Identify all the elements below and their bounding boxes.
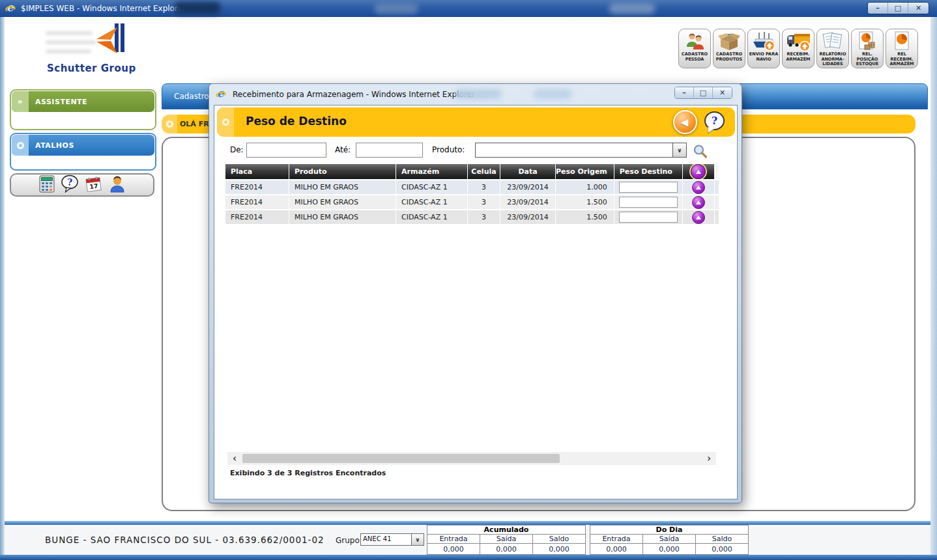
maximize-button[interactable]: □ xyxy=(694,87,713,98)
chevron-down-icon[interactable]: ∨ xyxy=(672,143,686,157)
question-icon: ? xyxy=(712,115,717,127)
arrow-up-icon xyxy=(696,216,701,219)
ship-icon xyxy=(751,31,776,51)
minimize-button[interactable]: – xyxy=(868,3,888,14)
toolbar-button-rel-recebim-armazem[interactable]: REL RECEBIM. ARMAZÉM xyxy=(886,29,918,68)
peso-destino-input[interactable] xyxy=(619,197,678,208)
box-icon xyxy=(717,31,741,51)
help-icon[interactable]: ? xyxy=(61,175,79,195)
toolbar-button-rel-posicao-estoque[interactable]: REL. POSIÇÃO ESTOQUE xyxy=(851,29,884,68)
dialog-titlebar[interactable]: e Recebimento para Armazenagem - Windows… xyxy=(209,84,742,105)
grupo-select[interactable]: ANEC 41 ∨ xyxy=(360,533,424,546)
toolbar-button-label: REL. POSIÇÃO ESTOQUE xyxy=(852,52,883,67)
de-label: De: xyxy=(230,145,244,154)
do-dia-entrada-value: 0,000 xyxy=(590,544,643,555)
toolbar-button-cadastro-produtos[interactable]: CADASTRO PRODUTOS xyxy=(713,29,745,68)
chevron-right-icon[interactable]: › xyxy=(703,452,715,465)
chevron-left-icon[interactable]: ‹ xyxy=(229,452,240,465)
arrow-up-icon xyxy=(696,186,701,189)
cell-placa: FRE2014 xyxy=(225,195,289,210)
svg-text:?: ? xyxy=(66,177,72,188)
sidebar-assistente-label: ASSISTENTE xyxy=(35,98,87,106)
produto-select[interactable]: ∨ xyxy=(475,143,687,158)
window-border xyxy=(930,17,937,555)
chevron-down-icon[interactable]: ∨ xyxy=(411,534,424,545)
ate-input[interactable] xyxy=(356,143,423,158)
col-header-data[interactable]: Data xyxy=(500,164,556,180)
cell-produto: MILHO EM GRAOS xyxy=(289,195,396,210)
maximize-button[interactable]: □ xyxy=(888,3,908,14)
de-input[interactable] xyxy=(246,143,326,158)
censored-blur xyxy=(609,3,655,14)
col-header: Saída xyxy=(643,535,696,544)
close-button[interactable]: ✕ xyxy=(908,3,929,14)
table-header-row: Placa Produto Armazém Celula Data Peso O… xyxy=(225,164,719,180)
people-icon xyxy=(683,31,706,51)
main-window-title: $IMPLES WEB - Windows Internet Explorer xyxy=(21,4,186,13)
censored-blur xyxy=(175,2,220,14)
submit-row-button[interactable] xyxy=(692,196,705,209)
peso-destino-input[interactable] xyxy=(619,212,678,223)
censored-blur xyxy=(375,3,418,14)
calendar-icon[interactable]: 17 xyxy=(85,175,103,195)
greeting-bar-cap xyxy=(162,115,177,133)
blurred-logo-text xyxy=(46,31,93,35)
ring-icon xyxy=(12,135,29,156)
search-icon xyxy=(693,144,708,159)
toolbar-button-envio-navio[interactable]: ENVIO PARA NAVIO xyxy=(747,29,780,68)
scrollbar-thumb[interactable] xyxy=(242,454,560,463)
submit-row-button[interactable] xyxy=(692,181,705,194)
cell-armazem: CIDASC-AZ 1 xyxy=(396,195,468,210)
horizontal-scrollbar[interactable]: ‹ › xyxy=(227,452,716,465)
cell-data: 23/09/2014 xyxy=(500,195,556,210)
sidebar-item-atalhos[interactable]: ATALHOS xyxy=(12,135,154,156)
logo-arrow-icon xyxy=(94,23,125,61)
toolbar-button-recebim-armazem[interactable]: RECEBIM. ARMAZÉM xyxy=(782,29,814,68)
sidebar-icon-tray: ? 17 xyxy=(10,173,154,197)
toolbar-button-label: ENVIO PARA NAVIO xyxy=(749,52,778,62)
window-border xyxy=(0,17,5,555)
peso-destino-input[interactable] xyxy=(619,182,678,193)
col-header-peso-destino[interactable]: Peso Destino xyxy=(614,164,683,180)
toolbar-button-relatorio-anormalidades[interactable]: RELATÓRIO ANORMA- LIDADES xyxy=(816,29,849,68)
help-button[interactable]: ? xyxy=(704,111,725,130)
main-titlebar: e $IMPLES WEB - Windows Internet Explore… xyxy=(0,0,937,17)
cell-armazem: CIDASC-AZ 1 xyxy=(396,210,468,225)
dialog-client-area: Peso de Destino ◀ ? De: Até: Produto: ∨ xyxy=(214,105,738,499)
brand-logo: Schutter Group xyxy=(39,22,182,77)
acumulado-table: Acumulado Entrada Saída Saldo 0,000 0,00… xyxy=(427,525,586,555)
col-header-peso-origem[interactable]: Peso Origem xyxy=(556,164,614,180)
minimize-button[interactable]: – xyxy=(675,87,694,98)
truck-icon xyxy=(785,31,811,51)
sidebar-item-assistente[interactable]: » ASSISTENTE xyxy=(12,91,154,112)
calculator-icon[interactable] xyxy=(39,175,55,195)
sidebar-atalhos-box: ATALHOS xyxy=(10,133,156,171)
col-header-placa[interactable]: Placa xyxy=(225,164,289,180)
pie-doc-icon xyxy=(890,31,914,51)
produto-label: Produto: xyxy=(432,145,465,154)
col-header-armazem[interactable]: Armazém xyxy=(396,164,468,180)
submit-row-button[interactable] xyxy=(692,211,705,224)
grupo-select-value: ANEC 41 xyxy=(361,534,392,545)
back-button[interactable]: ◀ xyxy=(673,110,697,134)
cell-peso-origem: 1.000 xyxy=(556,180,614,195)
toolbar-button-label: CADASTRO PRODUTOS xyxy=(716,52,743,62)
col-header-produto[interactable]: Produto xyxy=(289,164,396,180)
do-dia-saida-value: 0,000 xyxy=(643,544,696,555)
double-chevron-icon: » xyxy=(12,91,29,112)
close-button[interactable]: ✕ xyxy=(713,87,732,98)
svg-text:17: 17 xyxy=(89,182,98,190)
cell-produto: MILHO EM GRAOS xyxy=(289,180,396,195)
sidebar-atalhos-label: ATALHOS xyxy=(35,141,74,150)
arrow-up-icon xyxy=(696,170,701,174)
cell-celula: 3 xyxy=(468,210,500,225)
toolbar-button-label: REL RECEBIM. ARMAZÉM xyxy=(886,52,917,67)
sidebar-assistente-box: » ASSISTENTE xyxy=(10,89,156,130)
submit-all-button[interactable] xyxy=(691,164,706,179)
toolbar-button-cadastro-pessoa[interactable]: CADASTRO PESSOA xyxy=(678,29,711,68)
col-header: Entrada xyxy=(427,535,480,544)
user-icon[interactable] xyxy=(109,175,126,195)
search-button[interactable] xyxy=(692,143,708,159)
col-header-celula[interactable]: Celula xyxy=(468,164,500,180)
cell-armazem: CIDASC-AZ 1 xyxy=(396,180,468,195)
